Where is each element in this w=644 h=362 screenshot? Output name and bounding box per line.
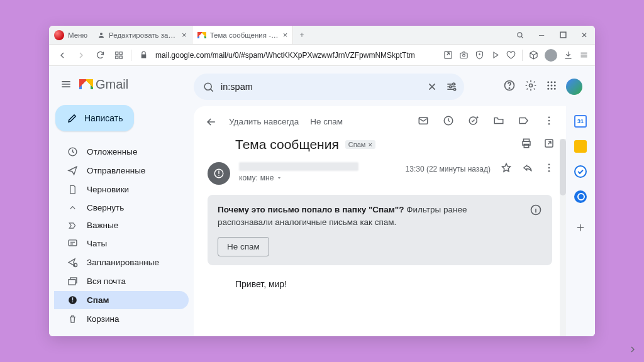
mark-unread-icon[interactable]: [418, 115, 429, 128]
svg-point-47: [548, 163, 550, 165]
contacts-app-icon[interactable]: [574, 190, 587, 203]
sidebar-item-snoozed[interactable]: Отложенные: [54, 143, 189, 161]
browser-tab-strip: Меню Редактировать запись "Li… × Тема со…: [49, 26, 595, 45]
svg-point-25: [547, 81, 549, 83]
snooze-icon[interactable]: [443, 115, 454, 128]
svg-point-23: [509, 88, 509, 89]
add-task-icon[interactable]: [468, 115, 479, 128]
back-to-list-button[interactable]: [205, 116, 218, 128]
browser-tab-active[interactable]: Тема сообщения - mikim1 ×: [192, 26, 294, 44]
svg-point-29: [551, 85, 553, 87]
browser-profile-avatar[interactable]: [545, 49, 557, 62]
svg-rect-46: [218, 175, 219, 176]
heart-icon[interactable]: [506, 50, 516, 60]
sidebar-item-trash[interactable]: Корзина: [54, 310, 189, 328]
back-button[interactable]: [55, 50, 69, 60]
reload-button[interactable]: [93, 50, 107, 60]
play-icon[interactable]: [491, 50, 500, 60]
easy-setup-icon[interactable]: [579, 50, 589, 60]
svg-point-18: [204, 83, 211, 90]
sidebar-item-spam[interactable]: Спам: [54, 291, 189, 309]
calendar-app-icon[interactable]: [574, 115, 587, 128]
scrollbar-thumb[interactable]: [560, 139, 566, 195]
sidebar-item-sent[interactable]: Отправленные: [54, 162, 189, 180]
new-tab-button[interactable]: ＋: [293, 26, 311, 44]
download-icon[interactable]: [564, 50, 573, 60]
move-to-icon[interactable]: [493, 115, 504, 128]
gmail-logo[interactable]: Gmail: [79, 77, 128, 92]
chip-close-icon[interactable]: ×: [368, 141, 372, 148]
not-spam-button[interactable]: Не спам: [310, 117, 343, 126]
svg-rect-5: [116, 56, 118, 58]
recipient-line[interactable]: кому: мне: [239, 173, 397, 182]
svg-point-0: [100, 33, 103, 35]
close-window-button[interactable]: ✕: [574, 31, 595, 40]
gmail-main: Удалить навсегда Не спам Тема сообщен: [194, 66, 595, 336]
address-bar[interactable]: mail.google.com/mail/u/0/#spam/WhctKKXpP…: [155, 51, 438, 60]
message-panel: Удалить навсегда Не спам Тема сообщен: [194, 106, 566, 336]
svg-point-37: [548, 116, 550, 118]
message-more-icon[interactable]: [543, 162, 555, 175]
svg-point-24: [530, 84, 533, 87]
share-icon[interactable]: [443, 50, 453, 60]
sidebar-item-allmail[interactable]: Вся почта: [54, 272, 189, 290]
person-icon: [97, 31, 105, 39]
tasks-app-icon[interactable]: [574, 165, 587, 178]
close-icon[interactable]: ×: [283, 30, 288, 40]
delete-forever-button[interactable]: Удалить навсегда: [229, 117, 299, 126]
svg-rect-3: [116, 52, 118, 54]
svg-point-33: [554, 88, 556, 90]
snapshot-icon[interactable]: [459, 50, 469, 60]
gmail-icon: [197, 32, 206, 38]
svg-point-38: [548, 120, 550, 122]
clear-icon[interactable]: [425, 80, 439, 94]
shield-icon[interactable]: [475, 50, 484, 60]
info-icon[interactable]: [530, 204, 542, 218]
toolbar-actions: [443, 49, 589, 62]
browser-tab[interactable]: Редактировать запись "Li… ×: [92, 26, 192, 44]
tune-icon[interactable]: [445, 80, 458, 93]
banner-not-spam-button[interactable]: Не спам: [218, 237, 269, 256]
close-icon[interactable]: ×: [182, 30, 187, 40]
opera-menu[interactable]: Меню: [49, 26, 92, 44]
cube-icon[interactable]: [529, 50, 538, 60]
open-new-icon[interactable]: [543, 138, 555, 151]
chevron-up-icon: [67, 203, 78, 212]
svg-point-10: [479, 54, 480, 55]
gear-icon[interactable]: [525, 79, 537, 94]
svg-point-27: [554, 81, 556, 83]
compose-label: Написать: [84, 113, 123, 123]
star-icon[interactable]: [501, 162, 512, 175]
apps-grid-icon[interactable]: [546, 80, 557, 94]
menu-icon[interactable]: [58, 76, 74, 92]
print-icon[interactable]: [521, 138, 532, 151]
account-avatar[interactable]: [566, 79, 582, 95]
sidebar-item-drafts[interactable]: Черновики: [54, 180, 189, 199]
svg-point-19: [453, 83, 455, 85]
forward-button[interactable]: [74, 50, 88, 60]
search-box[interactable]: [194, 74, 464, 100]
help-icon[interactable]: [503, 79, 516, 94]
search-input[interactable]: [221, 82, 419, 92]
side-apps-rail: ＋: [566, 106, 595, 336]
add-app-icon[interactable]: ＋: [574, 221, 587, 233]
sidebar-item-scheduled[interactable]: Запланированные: [54, 253, 189, 272]
lock-icon[interactable]: [136, 51, 150, 59]
chevron-down-icon: [276, 175, 282, 181]
maximize-button[interactable]: [552, 31, 574, 38]
sidebar-item-chats[interactable]: Чаты: [54, 234, 189, 253]
search-tabs-button[interactable]: [509, 31, 531, 40]
sidebar-item-collapse[interactable]: Свернуть: [54, 199, 189, 216]
label-icon[interactable]: [518, 115, 530, 128]
spam-chip[interactable]: Спам×: [345, 140, 375, 149]
compose-button[interactable]: Написать: [55, 105, 134, 131]
svg-point-49: [548, 170, 550, 172]
reply-icon[interactable]: [522, 162, 533, 175]
svg-rect-14: [69, 280, 75, 285]
speed-dial-button[interactable]: [112, 51, 126, 60]
keep-app-icon[interactable]: [574, 140, 587, 153]
sidebar-item-important[interactable]: Важные: [54, 217, 189, 234]
minimize-button[interactable]: ─: [531, 31, 552, 39]
svg-rect-2: [560, 32, 566, 38]
more-icon[interactable]: [543, 115, 555, 128]
